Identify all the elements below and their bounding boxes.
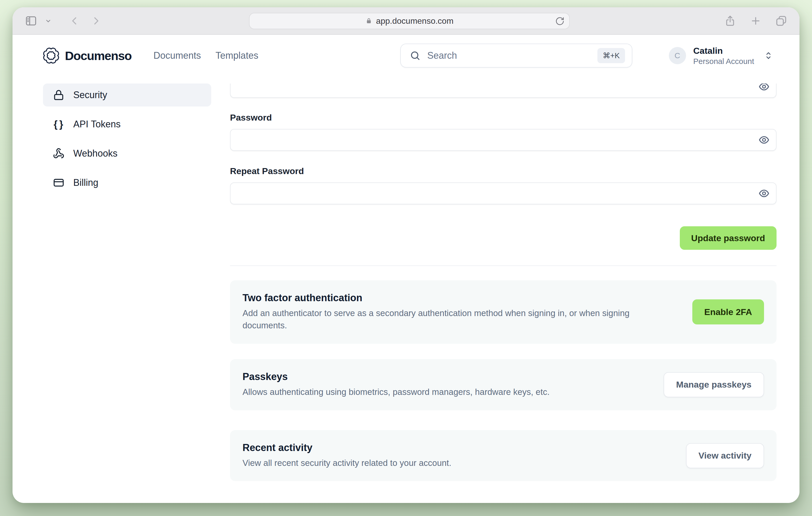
repeat-password-field [230, 183, 777, 205]
search-shortcut-badge: ⌘+K [598, 48, 625, 63]
tab-overview-icon[interactable] [775, 15, 787, 27]
manage-passkeys-button[interactable]: Manage passkeys [664, 372, 764, 397]
enable-2fa-button[interactable]: Enable 2FA [692, 299, 764, 324]
card-description: View all recent security activity relate… [242, 457, 670, 469]
view-activity-button[interactable]: View activity [686, 443, 764, 468]
settings-sidebar: Security { } API Tokens Webhooks [43, 83, 211, 503]
card-description: Allows authenticating using biometrics, … [242, 386, 648, 398]
eye-icon[interactable] [758, 188, 770, 199]
card-title: Recent activity [242, 442, 670, 453]
sidebar-item-label: Webhooks [73, 148, 117, 159]
search-box[interactable]: ⌘+K [400, 44, 632, 67]
card-title: Two factor authentication [242, 292, 677, 303]
security-settings-panel: Password Repeat Password [230, 83, 777, 503]
nav-templates[interactable]: Templates [208, 46, 266, 66]
sidebar-item-label: Billing [73, 177, 98, 188]
desktop-background: { "browser": { "url": "app.documenso.com… [0, 0, 812, 516]
forward-icon[interactable] [90, 15, 102, 27]
toolbar-right-group [724, 15, 787, 27]
search-icon [410, 50, 420, 61]
card-description: Add an authenticator to serve as a secon… [242, 307, 670, 332]
url-text: app.documenso.com [376, 16, 454, 26]
passkeys-card: Passkeys Allows authenticating using bio… [230, 359, 777, 410]
card-text: Recent activity View all recent security… [242, 442, 670, 469]
card-text: Two factor authentication Add an authent… [242, 292, 677, 332]
avatar: C [669, 47, 686, 64]
password-field [230, 129, 777, 151]
current-password-field [230, 83, 777, 98]
toolbar-chevron-down-icon[interactable] [44, 17, 52, 25]
brand-name: Documenso [65, 49, 132, 63]
eye-icon[interactable] [758, 83, 770, 92]
current-password-input[interactable] [231, 83, 776, 97]
chevrons-up-down-icon [763, 51, 774, 60]
back-icon[interactable] [69, 15, 80, 27]
card-text: Passkeys Allows authenticating using bio… [242, 371, 648, 398]
settings-layout: Security { } API Tokens Webhooks [12, 77, 800, 503]
recent-activity-card: Recent activity View all recent security… [230, 430, 777, 481]
sidebar-item-security[interactable]: Security [43, 83, 211, 107]
documenso-logo-icon [43, 48, 59, 64]
toolbar-left-group [25, 15, 102, 27]
account-name: Catalin [693, 45, 754, 56]
sidebar-item-webhooks[interactable]: Webhooks [43, 142, 211, 165]
sidebar-item-label: Security [73, 89, 107, 101]
reload-icon[interactable] [555, 17, 564, 26]
browser-toolbar: app.documenso.com [12, 7, 800, 35]
search-input[interactable] [427, 50, 591, 61]
two-factor-card: Two factor authentication Add an authent… [230, 280, 777, 344]
braces-icon: { } [53, 119, 64, 130]
share-icon[interactable] [724, 15, 736, 27]
repeat-password-input[interactable] [231, 183, 776, 204]
nav-documents[interactable]: Documents [146, 46, 208, 66]
app-content: Documenso Documents Templates ⌘+K C [12, 35, 800, 503]
credit-card-icon [53, 177, 64, 188]
app-header: Documenso Documents Templates ⌘+K C [12, 35, 800, 77]
repeat-password-label: Repeat Password [230, 166, 777, 176]
sidebar-item-label: API Tokens [73, 119, 120, 130]
account-menu[interactable]: C Catalin Personal Account [669, 45, 774, 66]
new-tab-icon[interactable] [750, 15, 761, 27]
eye-icon[interactable] [758, 134, 770, 146]
tls-lock-icon [365, 18, 372, 25]
browser-window: app.documenso.com [12, 7, 800, 503]
form-actions: Update password [230, 226, 777, 250]
update-password-button[interactable]: Update password [680, 226, 777, 250]
sidebar-item-api-tokens[interactable]: { } API Tokens [43, 113, 211, 136]
card-title: Passkeys [242, 371, 648, 382]
password-label: Password [230, 112, 777, 123]
account-text: Catalin Personal Account [693, 45, 754, 66]
section-divider [230, 266, 777, 266]
brand[interactable]: Documenso [43, 48, 132, 64]
sidebar-toggle-icon[interactable] [25, 15, 37, 27]
sidebar-item-billing[interactable]: Billing [43, 171, 211, 194]
account-type: Personal Account [693, 56, 754, 66]
lock-icon [53, 89, 64, 101]
webhook-icon [53, 148, 64, 159]
main-nav: Documents Templates [146, 46, 266, 66]
password-input[interactable] [231, 130, 776, 150]
address-bar[interactable]: app.documenso.com [249, 13, 570, 29]
